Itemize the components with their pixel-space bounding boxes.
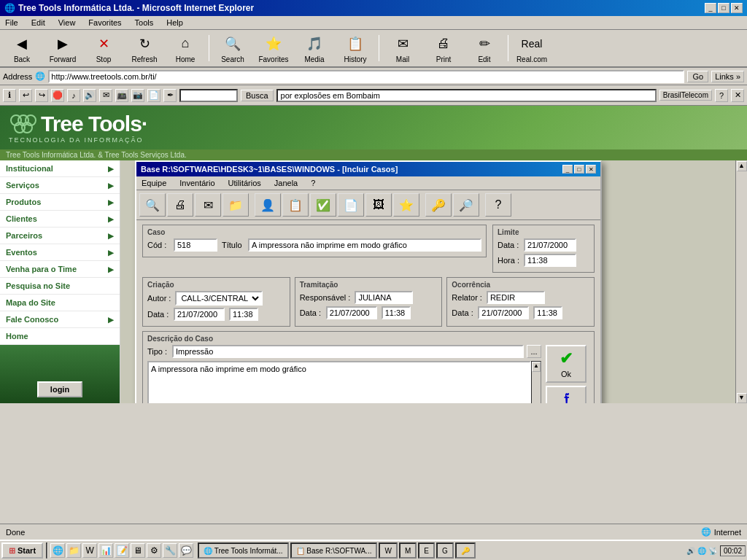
sidebar-item-mapa[interactable]: Mapa do Site — [0, 295, 120, 311]
page-scrollbar[interactable]: ▲ ▼ — [735, 160, 747, 403]
sidebar-item-eventos[interactable]: Eventos ▶ — [0, 244, 120, 261]
taskbar-app-3[interactable]: W — [379, 542, 397, 559]
tram-hora-input[interactable] — [382, 306, 411, 319]
favorites-button[interactable]: ⭐ Favorites — [255, 31, 293, 65]
back-button[interactable]: ◀ Back — [3, 31, 41, 65]
dialog-menu-utilitarios[interactable]: Utilitários — [226, 178, 263, 188]
dlg-tb-check-btn[interactable]: ✅ — [310, 193, 336, 217]
sidebar-item-home[interactable]: Home — [0, 328, 120, 345]
sec-icon-doc[interactable]: 📄 — [147, 89, 160, 102]
sec-icon-fax[interactable]: 📠 — [115, 89, 128, 102]
textarea-scrollbar[interactable]: ▲ ▼ — [531, 361, 541, 403]
taskbar-app-4[interactable]: M — [399, 542, 417, 559]
cod-input[interactable] — [174, 238, 217, 252]
go-button[interactable]: Go — [687, 71, 708, 82]
sec-icon-mail[interactable]: ✉ — [99, 89, 112, 102]
sidebar-item-parceiros[interactable]: Parceiros ▶ — [0, 228, 120, 244]
menu-tools[interactable]: Tools — [133, 18, 156, 28]
page-scroll-up[interactable]: ▲ — [737, 161, 747, 171]
taskbar-icon5[interactable]: 📝 — [115, 543, 129, 558]
sidebar-item-servicos[interactable]: Serviços ▶ — [0, 177, 120, 194]
responsavel-input[interactable] — [355, 291, 413, 304]
media-button[interactable]: 🎵 Media — [295, 31, 333, 65]
forward-button[interactable]: ▶ Forward — [44, 31, 82, 65]
dlg-tb-list-btn[interactable]: 📋 — [282, 193, 309, 217]
fim-button[interactable]: 𝔣 Fim — [546, 386, 587, 403]
search-button[interactable]: 🔍 Search — [214, 31, 252, 65]
taskbar-app-6[interactable]: G — [436, 542, 454, 559]
home-button[interactable]: ⌂ Home — [166, 31, 204, 65]
title-bar-buttons[interactable]: _ □ ✕ — [705, 3, 743, 13]
ok-button[interactable]: ✔ Ok — [546, 345, 587, 383]
page-scroll-down[interactable]: ▼ — [737, 393, 747, 403]
news-input[interactable] — [276, 89, 657, 102]
dlg-tb-star-btn[interactable]: ⭐ — [393, 193, 419, 217]
sec-icon-vol[interactable]: 🔊 — [83, 89, 96, 102]
taskbar-word-icon[interactable]: W — [82, 543, 97, 558]
minimize-button[interactable]: _ — [705, 3, 716, 13]
autor-select[interactable]: CALL-3/CENTRAL — [175, 291, 263, 306]
realcom-button[interactable]: Real Real.com — [513, 31, 551, 65]
sec-icon-music[interactable]: ♪ — [67, 89, 80, 102]
taskbar-icon4[interactable]: 📊 — [98, 543, 113, 558]
menu-favorites[interactable]: Favorites — [86, 18, 123, 28]
close-button[interactable]: ✕ — [731, 3, 743, 13]
sec-icon-pen[interactable]: ✒ — [163, 89, 177, 102]
sidebar-item-fale[interactable]: Fale Conosco ▶ — [0, 311, 120, 328]
dialog-title-buttons[interactable]: _ □ ✕ — [562, 165, 596, 174]
dlg-tb-doc-btn[interactable]: 📄 — [338, 193, 364, 217]
dialog-menu-equipe[interactable]: Equipe — [139, 178, 169, 188]
taskbar-icon7[interactable]: ⚙ — [147, 543, 161, 558]
titulo-input[interactable] — [248, 238, 481, 252]
dlg-tb-folder-btn[interactable]: 📁 — [222, 193, 249, 217]
tram-data-input[interactable] — [326, 306, 377, 319]
dlg-tb-key-btn[interactable]: 🔑 — [425, 193, 452, 217]
dlg-tb-person-btn[interactable]: 👤 — [255, 193, 281, 217]
limite-data-input[interactable] — [524, 238, 576, 252]
limite-hora-input[interactable] — [524, 254, 576, 267]
menu-help[interactable]: Help — [164, 18, 185, 28]
sec-icon-camera[interactable]: 📷 — [131, 89, 144, 102]
ocorr-hora-input[interactable] — [533, 306, 562, 319]
dlg-tb-print-btn[interactable]: 🖨 — [167, 193, 193, 217]
start-button[interactable]: ⊞ Start — [1, 542, 43, 559]
sec-icon-close[interactable]: ✕ — [731, 89, 744, 102]
criacao-hora-input[interactable] — [229, 308, 258, 321]
menu-edit[interactable]: Edit — [29, 18, 47, 28]
sidebar-item-produtos[interactable]: Produtos ▶ — [0, 194, 120, 211]
ocorr-data-input[interactable] — [478, 306, 529, 319]
dlg-tb-magnify-btn[interactable]: 🔎 — [453, 193, 479, 217]
taskbar-icon6[interactable]: 🖥 — [131, 543, 145, 558]
sidebar-item-venha[interactable]: Venha para o Time ▶ — [0, 261, 120, 278]
taskbar-icon9[interactable]: 💬 — [179, 543, 193, 558]
address-input[interactable] — [48, 70, 684, 83]
brasil-badge[interactable]: BrasilTelecom — [659, 90, 712, 101]
taskbar-app-browser[interactable]: 🌐 Tree Tools Informát... — [198, 542, 289, 559]
dlg-tb-search-btn[interactable]: 🔍 — [139, 193, 166, 217]
sec-icon-back[interactable]: ↩ — [19, 89, 32, 102]
dialog-menu-inventario[interactable]: Inventário — [177, 178, 217, 188]
scroll-up-arrow[interactable]: ▲ — [532, 362, 541, 372]
dialog-close-button[interactable]: ✕ — [586, 165, 596, 174]
print-button[interactable]: 🖨 Print — [425, 31, 462, 65]
taskbar-ie-icon[interactable]: 🌐 — [50, 543, 65, 558]
taskbar-app-hdesk[interactable]: 📋 Base R:\SOFTWA... — [290, 542, 378, 559]
taskbar-explorer-icon[interactable]: 📁 — [66, 543, 81, 558]
sidebar-item-clientes[interactable]: Clientes ▶ — [0, 211, 120, 228]
taskbar-icon8[interactable]: 🔧 — [163, 543, 177, 558]
tipo-input[interactable] — [172, 345, 524, 358]
maximize-button[interactable]: □ — [718, 3, 729, 13]
taskbar-app-7[interactable]: 🔑 — [455, 542, 476, 559]
dialog-maximize-button[interactable]: □ — [574, 165, 584, 174]
busca-button[interactable]: Busca — [241, 90, 274, 101]
secondary-search-input[interactable] — [179, 89, 238, 102]
edit-button[interactable]: ✏ Edit — [465, 31, 503, 65]
relator-input[interactable] — [487, 291, 545, 304]
login-button[interactable]: login — [37, 381, 82, 397]
description-textarea[interactable]: A impressora não imprime em modo gráfico — [147, 361, 531, 403]
sidebar-item-institucional[interactable]: Institucional ▶ — [0, 160, 120, 177]
stop-button[interactable]: ✕ Stop — [85, 31, 123, 65]
menu-file[interactable]: File — [3, 18, 20, 28]
sidebar-item-pesquisa[interactable]: Pesquisa no Site — [0, 278, 120, 295]
tipo-browse-button[interactable]: ... — [527, 345, 541, 358]
